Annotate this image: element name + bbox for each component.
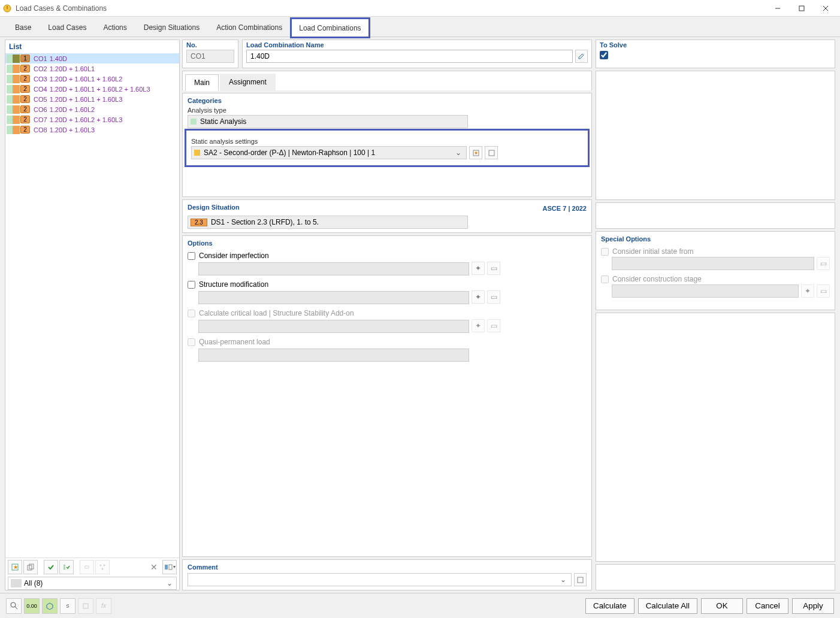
quasi-checkbox	[188, 338, 195, 346]
link-icon-button[interactable]	[60, 598, 75, 614]
svg-point-19	[11, 602, 16, 607]
detail-subtabs: Main Assignment	[182, 71, 592, 90]
list-item[interactable]: 2CO81.20D + 1.60L3	[5, 125, 179, 135]
options-title: Options	[188, 240, 587, 247]
list-item[interactable]: 2CO71.20D + 1.60L2 + 1.60L3	[5, 114, 179, 125]
initial-state-combo	[612, 257, 814, 270]
list-panel: List 1CO11.40D2CO21.20D + 1.60L12CO31.20…	[5, 40, 180, 590]
sas-label: Static analysis settings	[191, 138, 583, 145]
list-item[interactable]: 1CO11.40D	[5, 53, 179, 63]
load-combination-list[interactable]: 1CO11.40D2CO21.20D + 1.60L12CO31.20D + 1…	[5, 53, 179, 558]
list-item[interactable]: 2CO41.20D + 1.60L1 + 1.60L2 + 1.60L3	[5, 84, 179, 94]
categories-card: Categories Analysis type Static Analysis…	[182, 93, 592, 197]
ok-button[interactable]: OK	[701, 598, 743, 614]
ds-badge: 2.3	[191, 219, 207, 226]
tab-design-situations[interactable]: Design Situations	[136, 18, 207, 37]
comment-card: Comment ⌄	[182, 559, 592, 590]
tree-button[interactable]	[95, 560, 110, 574]
list-item[interactable]: 2CO31.20D + 1.60L1 + 1.60L2	[5, 74, 179, 84]
to-solve-checkbox[interactable]	[600, 51, 608, 59]
svg-rect-21	[83, 604, 88, 608]
right-placeholder-4	[596, 564, 835, 590]
svg-text:★: ★	[13, 564, 18, 570]
close-button[interactable]	[814, 0, 838, 17]
right-placeholder-3	[596, 313, 835, 562]
tab-base[interactable]: Base	[7, 18, 39, 37]
name-input[interactable]: 1.40D	[246, 50, 573, 63]
svg-rect-13	[165, 565, 168, 569]
calculate-button[interactable]: Calculate	[585, 598, 634, 614]
construction-new-combo	[612, 284, 799, 298]
tab-load-cases[interactable]: Load Cases	[40, 18, 94, 37]
analysis-type-value: Static Analysis	[200, 117, 246, 126]
imperfection-new-button[interactable]: ✦	[472, 262, 485, 275]
struct-mod-checkbox[interactable]	[188, 281, 195, 289]
critical-load-edit-button: ▭	[487, 319, 500, 332]
cancel-button[interactable]: Cancel	[747, 598, 788, 614]
analysis-type-combo[interactable]: Static Analysis	[188, 115, 468, 128]
model-button[interactable]	[42, 598, 58, 614]
right-placeholder-1	[596, 71, 835, 200]
svg-point-11	[104, 564, 105, 566]
maximize-button[interactable]	[790, 0, 814, 17]
sas-edit-button[interactable]	[485, 146, 498, 159]
tab-load-combinations[interactable]: Load Combinations	[291, 19, 368, 37]
quasi-label: Quasi-permanent load	[199, 338, 270, 346]
sas-combo[interactable]: SA2 - Second-order (P-Δ) | Newton-Raphso…	[191, 146, 467, 159]
option-quasi: Quasi-permanent load	[188, 338, 587, 346]
fx-button[interactable]: fx	[96, 598, 111, 614]
tab-action-combinations[interactable]: Action Combinations	[209, 18, 290, 37]
struct-mod-edit-button[interactable]: ▭	[487, 290, 500, 304]
delete-item-button[interactable]: ✕	[147, 560, 161, 574]
to-solve-field: To Solve	[596, 40, 835, 68]
svg-point-12	[102, 568, 104, 569]
bottom-bar: 0.00 fx Calculate Calculate All OK Cance…	[0, 593, 840, 618]
list-item[interactable]: 2CO51.20D + 1.60L1 + 1.60L3	[5, 94, 179, 104]
search-button[interactable]	[6, 598, 22, 614]
units-button[interactable]: 0.00	[24, 598, 40, 614]
copy-item-button[interactable]	[23, 560, 38, 574]
critical-load-new-button: ✦	[472, 319, 485, 332]
svg-line-20	[15, 607, 17, 609]
special-options-title: Special Options	[601, 235, 830, 243]
comment-lib-button[interactable]	[574, 573, 587, 586]
imperfection-label: Consider imperfection	[199, 252, 269, 260]
new-item-button[interactable]: ★	[8, 560, 22, 574]
svg-text:★: ★	[474, 150, 478, 156]
svg-rect-18	[578, 577, 583, 583]
list-item[interactable]: 2CO61.20D + 1.60L2	[5, 104, 179, 114]
initial-state-edit-button: ▭	[817, 257, 830, 270]
view-mode-button[interactable]: ▾	[162, 560, 177, 574]
struct-mod-new-button[interactable]: ✦	[472, 290, 485, 304]
initial-state-checkbox	[601, 248, 609, 256]
export-button[interactable]	[78, 598, 93, 614]
link-button[interactable]	[80, 560, 94, 574]
list-filter[interactable]: All (8)⌄	[5, 577, 179, 590]
sas-new-button[interactable]: ★	[469, 146, 482, 159]
svg-point-10	[100, 564, 102, 566]
apply-button[interactable]: Apply	[792, 598, 834, 614]
subtab-assignment[interactable]: Assignment	[220, 74, 276, 90]
edit-name-button[interactable]	[575, 50, 588, 63]
imperfection-edit-button[interactable]: ▭	[487, 262, 500, 275]
option-critical-load: Calculate critical load | Structure Stab…	[188, 309, 587, 317]
imperfection-combo	[198, 262, 469, 275]
check-list-button[interactable]	[59, 560, 74, 574]
tab-actions[interactable]: Actions	[95, 18, 134, 37]
struct-mod-label: Structure modification	[199, 280, 268, 289]
svg-rect-3	[799, 6, 804, 11]
window-title: Load Cases & Combinations	[16, 4, 766, 13]
critical-load-checkbox	[188, 310, 195, 317]
ds-combo[interactable]: 2.3 DS1 - Section 2.3 (LRFD), 1. to 5.	[188, 216, 468, 229]
check-green-button[interactable]	[44, 560, 58, 574]
minimize-button[interactable]	[766, 0, 790, 17]
calculate-all-button[interactable]: Calculate All	[638, 598, 697, 614]
imperfection-checkbox[interactable]	[188, 252, 195, 260]
subtab-main[interactable]: Main	[185, 74, 219, 91]
app-icon	[2, 4, 12, 13]
list-item[interactable]: 2CO21.20D + 1.60L1	[5, 63, 179, 74]
special-options-card: Special Options Consider initial state f…	[596, 231, 835, 310]
comment-combo[interactable]: ⌄	[188, 573, 572, 586]
name-field: Load Combination Name 1.40D	[242, 40, 592, 68]
no-label: No.	[186, 41, 234, 49]
